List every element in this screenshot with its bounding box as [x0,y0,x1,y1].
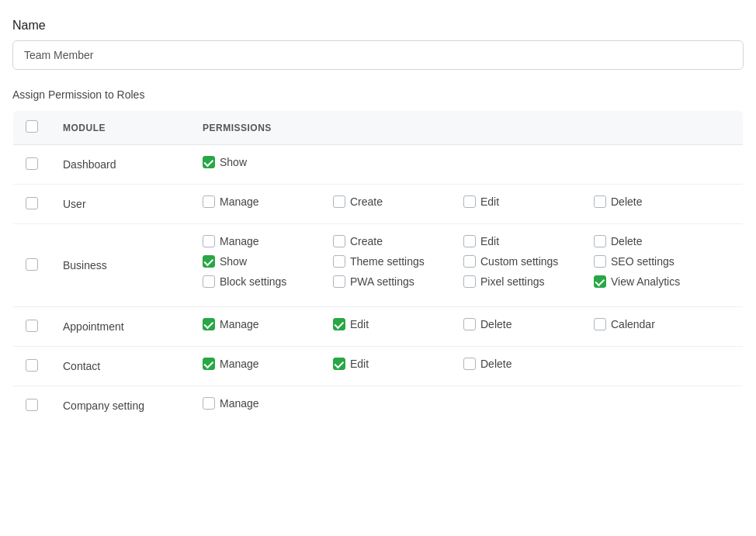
select-all-checkbox[interactable] [26,120,38,133]
row-checkbox-appointment[interactable] [26,320,38,332]
header-module: MODULE [50,111,190,145]
perm-item-business-manage: Manage [203,235,327,247]
perm-item-appointment-manage: Manage [203,318,327,330]
perm-item-dashboard-show: Show [203,156,327,168]
perm-item-business-show: Show [203,255,327,268]
perm-label-appointment-calendar: Calendar [611,318,655,330]
perm-label-business-show: Show [220,255,247,268]
perm-label-contact-delete: Delete [480,358,512,370]
perm-checkbox-business-delete[interactable] [594,235,606,247]
perm-checkbox-business-pwa-settings[interactable] [333,275,345,288]
perm-label-appointment-delete: Delete [480,318,512,330]
perm-checkbox-appointment-delete[interactable] [463,318,476,330]
perm-checkbox-user-edit[interactable] [463,195,476,208]
perm-checkbox-contact-edit[interactable] [333,358,345,370]
perm-item-appointment-edit: Edit [333,318,457,330]
perm-label-business-pixel-settings: Pixel settings [480,275,544,288]
perm-checkbox-business-seo-settings[interactable] [594,255,606,268]
perm-label-contact-edit: Edit [350,358,369,370]
table-row: UserManageCreateEditDelete [13,185,744,224]
row-checkbox-contact[interactable] [26,359,38,372]
perm-item-company-setting-manage: Manage [203,397,327,410]
perm-checkbox-appointment-calendar[interactable] [594,318,606,330]
perm-label-business-theme-settings: Theme settings [350,255,425,268]
perm-label-business-block-settings: Block settings [220,275,286,288]
perm-item-business-edit: Edit [463,235,588,247]
perm-label-user-manage: Manage [220,195,259,208]
perm-checkbox-business-manage[interactable] [203,235,215,247]
perm-checkbox-user-create[interactable] [333,195,345,208]
header-checkbox-col [13,111,51,145]
perm-checkbox-business-custom-settings[interactable] [463,255,476,268]
module-name-business: Business [63,259,107,271]
perm-item-business-view-analytics: View Analytics [594,275,718,288]
module-name-company-setting: Company setting [63,399,144,412]
perm-checkbox-business-block-settings[interactable] [203,275,215,288]
perm-item-user-manage: Manage [203,195,327,208]
perm-item-business-create: Create [333,235,457,247]
table-header-row: MODULE PERMISSIONS [13,111,744,145]
perm-item-business-theme-settings: Theme settings [333,255,457,268]
name-input[interactable] [12,40,744,70]
section-label: Assign Permission to Roles [12,88,744,101]
table-row: BusinessManageCreateEditDeleteShowTheme … [13,224,744,307]
perm-item-contact-manage: Manage [203,358,327,370]
perm-item-business-delete: Delete [594,235,718,247]
perm-label-user-edit: Edit [480,195,499,208]
perm-checkbox-business-theme-settings[interactable] [333,255,345,268]
row-checkbox-user[interactable] [26,197,38,209]
perm-label-appointment-edit: Edit [350,318,369,330]
table-row: DashboardShow [13,145,744,185]
perm-label-business-edit: Edit [480,235,499,247]
perm-checkbox-business-view-analytics[interactable] [594,275,606,288]
perm-item-appointment-delete: Delete [463,318,588,330]
perm-item-user-edit: Edit [463,195,588,208]
table-row: Company settingManage [13,386,744,426]
perm-label-company-setting-manage: Manage [220,397,259,410]
perm-item-contact-delete: Delete [463,358,588,370]
perm-label-business-pwa-settings: PWA settings [350,275,414,288]
perm-checkbox-contact-manage[interactable] [203,358,215,370]
perm-label-contact-manage: Manage [220,358,259,370]
perm-item-business-seo-settings: SEO settings [594,255,718,268]
perm-label-user-delete: Delete [611,195,642,208]
perm-checkbox-business-edit[interactable] [463,235,476,247]
perm-checkbox-business-pixel-settings[interactable] [463,275,476,288]
perm-checkbox-appointment-edit[interactable] [333,318,345,330]
perm-label-business-delete: Delete [611,235,642,247]
perm-label-dashboard-show: Show [220,156,247,168]
perm-label-appointment-manage: Manage [220,318,259,330]
perm-item-appointment-calendar: Calendar [594,318,718,330]
perm-label-business-seo-settings: SEO settings [611,255,675,268]
module-name-user: User [63,198,86,210]
perm-label-business-create: Create [350,235,383,247]
table-row: ContactManageEditDelete [13,347,744,386]
perm-item-business-block-settings: Block settings [203,275,327,288]
perm-checkbox-appointment-manage[interactable] [203,318,215,330]
perm-label-user-create: Create [350,195,383,208]
header-permissions: PERMISSIONS [190,111,744,145]
perm-checkbox-user-delete[interactable] [594,195,606,208]
perm-item-contact-edit: Edit [333,358,457,370]
row-checkbox-dashboard[interactable] [26,157,38,170]
perm-label-business-custom-settings: Custom settings [480,255,558,268]
perm-item-business-pwa-settings: PWA settings [333,275,457,288]
row-checkbox-business[interactable] [26,258,38,271]
perm-checkbox-dashboard-show[interactable] [203,156,215,168]
perm-label-business-view-analytics: View Analytics [611,275,680,288]
perm-checkbox-company-setting-manage[interactable] [203,397,215,410]
perm-item-user-delete: Delete [594,195,718,208]
module-name-dashboard: Dashboard [63,158,116,171]
perm-label-business-manage: Manage [220,235,259,247]
perm-checkbox-business-create[interactable] [333,235,345,247]
perm-checkbox-user-manage[interactable] [203,195,215,208]
perm-checkbox-contact-delete[interactable] [463,358,476,370]
table-row: AppointmentManageEditDeleteCalendar [13,307,744,347]
perm-checkbox-business-show[interactable] [203,255,215,268]
name-label: Name [12,19,744,33]
permissions-table: MODULE PERMISSIONS DashboardShowUserMana… [12,110,744,426]
perm-item-business-custom-settings: Custom settings [463,255,588,268]
row-checkbox-company-setting[interactable] [26,399,38,411]
perm-item-business-pixel-settings: Pixel settings [463,275,588,288]
perm-item-user-create: Create [333,195,457,208]
